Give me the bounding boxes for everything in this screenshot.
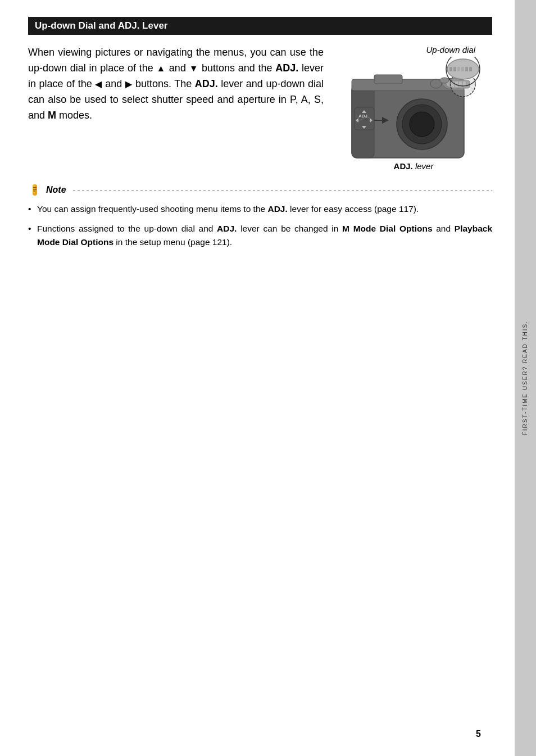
svg-rect-30 xyxy=(465,67,468,71)
svg-rect-37 xyxy=(33,191,35,192)
svg-rect-26 xyxy=(449,67,452,71)
svg-rect-36 xyxy=(33,189,37,190)
svg-rect-29 xyxy=(461,67,464,71)
svg-rect-35 xyxy=(33,187,37,188)
intro-section: When viewing pictures or navigating the … xyxy=(28,45,492,171)
camera-diagram-svg: ADJ. xyxy=(340,57,487,161)
arrow-left-icon xyxy=(95,78,102,89)
and-text: and xyxy=(28,110,45,121)
sidebar: First-time User? Read This. xyxy=(515,0,536,756)
note-divider-line xyxy=(73,190,492,191)
arrow-right-icon xyxy=(125,78,133,89)
section-title: Up-down Dial and ADJ. Lever xyxy=(35,20,167,31)
adj-label-2: ADJ. xyxy=(195,78,218,89)
note-title: Note xyxy=(46,185,66,195)
intro-text: When viewing pictures or navigating the … xyxy=(28,45,324,171)
adj-note-label: ADJ. xyxy=(267,204,287,214)
svg-rect-31 xyxy=(469,67,472,71)
adj-bold-label: ADJ. xyxy=(394,161,413,171)
svg-rect-3 xyxy=(374,75,402,84)
m-mode-label: M xyxy=(48,110,56,121)
arrow-up-icon xyxy=(157,62,166,74)
section-header: Up-down Dial and ADJ. Lever xyxy=(28,17,492,35)
note-item-2: Functions assigned to the up-down dial a… xyxy=(28,222,492,248)
m-mode-dial-label: M Mode Dial Options xyxy=(342,224,432,233)
up-down-dial-label: Up-down dial xyxy=(335,45,492,55)
sidebar-label: First-time User? Read This. xyxy=(522,320,528,435)
note-section: Note You can assign frequently-used shoo… xyxy=(28,183,492,248)
arrow-down-icon xyxy=(189,62,199,74)
main-content: Up-down Dial and ADJ. Lever When viewing… xyxy=(0,0,515,756)
note-icon xyxy=(28,183,42,197)
camera-svg-wrapper: ADJ. xyxy=(340,57,487,158)
adj-note-label-2: ADJ. xyxy=(217,224,237,233)
adj-lever-label: ADJ. lever xyxy=(394,161,434,171)
svg-text:ADJ.: ADJ. xyxy=(358,114,369,119)
svg-point-6 xyxy=(410,112,434,137)
note-item-1: You can assign frequently-used shooting … xyxy=(28,202,492,215)
camera-area: Up-down dial xyxy=(335,45,492,171)
svg-rect-28 xyxy=(457,67,460,71)
sidebar-text: First-time User? Read This. xyxy=(522,320,529,435)
adj-label-1: ADJ. xyxy=(275,62,298,74)
note-header: Note xyxy=(28,183,492,197)
svg-point-10 xyxy=(440,78,449,83)
adj-italic-label: lever xyxy=(415,161,434,171)
page-number: 5 xyxy=(476,729,481,739)
note-items-list: You can assign frequently-used shooting … xyxy=(28,202,492,248)
page-container: Up-down Dial and ADJ. Lever When viewing… xyxy=(0,0,536,756)
svg-rect-27 xyxy=(453,67,456,71)
